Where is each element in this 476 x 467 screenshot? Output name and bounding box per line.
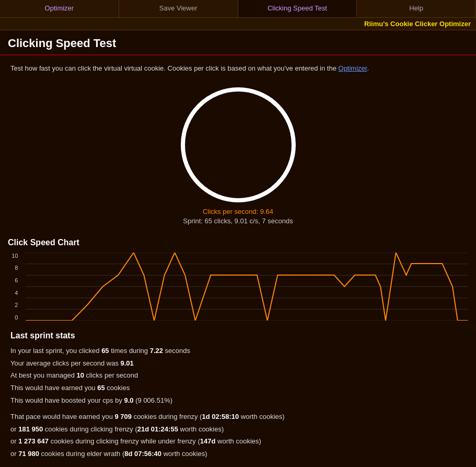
description: Test how fast you can click the virtual …	[0, 55, 476, 82]
stat-line-4: This would have earned you 65 cookies	[10, 383, 466, 394]
chart-svg	[26, 253, 468, 321]
brand-label: Riimu's Cookie Clicker Optimizer	[364, 20, 471, 28]
stat-line-6: That pace would have earned you 9 709 co…	[10, 412, 466, 423]
cookie-button[interactable]	[181, 87, 296, 202]
stat-line-3: At best you managed 10 clicks per second	[10, 370, 466, 381]
stat-line-8: or 1 273 647 cookies during clicking fre…	[10, 436, 466, 447]
chart-title: Click Speed Chart	[8, 238, 468, 247]
tab-clicking-speed-test[interactable]: Clicking Speed Test	[238, 0, 357, 17]
description-post: .	[367, 64, 369, 72]
chart-container	[26, 253, 468, 321]
stats-section: Last sprint stats In your last sprint, y…	[0, 323, 476, 467]
description-pre: Test how fast you can click the virtual …	[10, 64, 339, 72]
sprint-label: Sprint: 65 clicks, 9.01 c/s, 7 seconds	[183, 217, 293, 225]
page-title: Clicking Speed Test	[0, 30, 476, 55]
stat-line-1: In your last sprint, you clicked 65 time…	[10, 346, 466, 357]
stats-title: Last sprint stats	[10, 331, 466, 340]
optimizer-link[interactable]: Optimizer	[339, 64, 367, 72]
stat-line-9: or 71 980 cookies during elder wrath (8d…	[10, 449, 466, 460]
nav-bar: Optimizer Save Viewer Clicking Speed Tes…	[0, 0, 476, 18]
cookie-area: Clicks per second: 9.64 Sprint: 65 click…	[0, 82, 476, 233]
tab-optimizer[interactable]: Optimizer	[0, 0, 119, 17]
cps-label: Clicks per second: 9.64	[203, 208, 273, 215]
chart-section: Click Speed Chart 10 8 6 4 2 0	[0, 233, 476, 323]
stat-line-5: This would have boosted your cps by 9.0 …	[10, 395, 466, 406]
tab-save-viewer[interactable]: Save Viewer	[119, 0, 238, 17]
stat-line-2: Your average clicks per second was 9.01	[10, 358, 466, 369]
y-label-10: 10	[8, 253, 18, 259]
y-label-6: 6	[8, 277, 18, 283]
tab-help[interactable]: Help	[357, 0, 476, 17]
y-label-2: 2	[8, 302, 18, 308]
y-label-4: 4	[8, 290, 18, 296]
y-label-0: 0	[8, 314, 18, 321]
y-label-8: 8	[8, 265, 18, 271]
brand-header: Riimu's Cookie Clicker Optimizer	[0, 18, 476, 30]
stat-line-7: or 181 950 cookies during clicking frenz…	[10, 424, 466, 435]
